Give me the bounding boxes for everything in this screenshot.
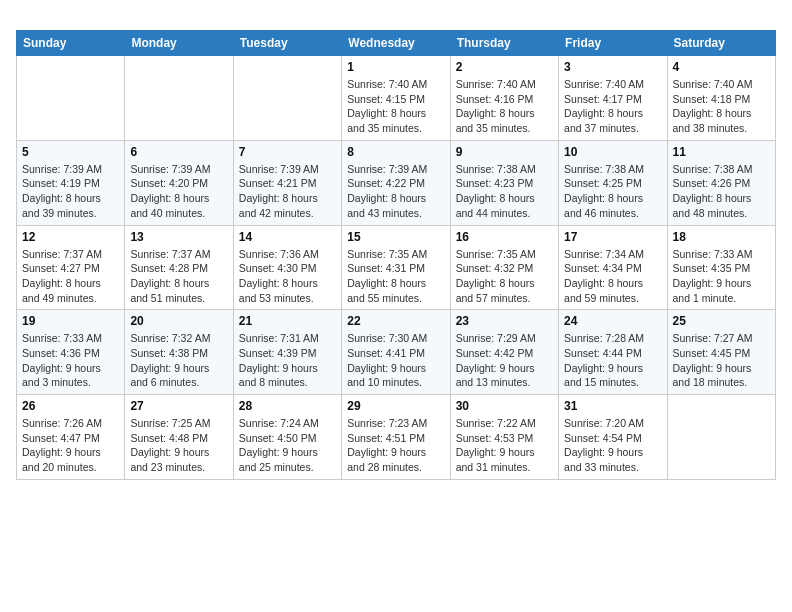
day-info: Sunrise: 7:38 AM Sunset: 4:26 PM Dayligh… (673, 162, 770, 221)
day-info: Sunrise: 7:25 AM Sunset: 4:48 PM Dayligh… (130, 416, 227, 475)
day-info: Sunrise: 7:33 AM Sunset: 4:36 PM Dayligh… (22, 331, 119, 390)
day-info: Sunrise: 7:40 AM Sunset: 4:18 PM Dayligh… (673, 77, 770, 136)
calendar-week-row: 26Sunrise: 7:26 AM Sunset: 4:47 PM Dayli… (17, 395, 776, 480)
calendar-cell: 20Sunrise: 7:32 AM Sunset: 4:38 PM Dayli… (125, 310, 233, 395)
calendar-cell: 4Sunrise: 7:40 AM Sunset: 4:18 PM Daylig… (667, 56, 775, 141)
calendar-week-row: 12Sunrise: 7:37 AM Sunset: 4:27 PM Dayli… (17, 225, 776, 310)
day-info: Sunrise: 7:22 AM Sunset: 4:53 PM Dayligh… (456, 416, 553, 475)
day-number: 14 (239, 230, 336, 244)
day-number: 17 (564, 230, 661, 244)
day-number: 27 (130, 399, 227, 413)
calendar-cell: 17Sunrise: 7:34 AM Sunset: 4:34 PM Dayli… (559, 225, 667, 310)
day-info: Sunrise: 7:40 AM Sunset: 4:16 PM Dayligh… (456, 77, 553, 136)
calendar-cell: 30Sunrise: 7:22 AM Sunset: 4:53 PM Dayli… (450, 395, 558, 480)
weekday-header-row: SundayMondayTuesdayWednesdayThursdayFrid… (17, 31, 776, 56)
day-info: Sunrise: 7:33 AM Sunset: 4:35 PM Dayligh… (673, 247, 770, 306)
calendar-cell: 8Sunrise: 7:39 AM Sunset: 4:22 PM Daylig… (342, 140, 450, 225)
day-number: 21 (239, 314, 336, 328)
day-info: Sunrise: 7:40 AM Sunset: 4:15 PM Dayligh… (347, 77, 444, 136)
day-number: 20 (130, 314, 227, 328)
day-number: 25 (673, 314, 770, 328)
calendar-cell: 22Sunrise: 7:30 AM Sunset: 4:41 PM Dayli… (342, 310, 450, 395)
day-info: Sunrise: 7:39 AM Sunset: 4:22 PM Dayligh… (347, 162, 444, 221)
weekday-header: Tuesday (233, 31, 341, 56)
weekday-header: Saturday (667, 31, 775, 56)
calendar-cell: 2Sunrise: 7:40 AM Sunset: 4:16 PM Daylig… (450, 56, 558, 141)
day-info: Sunrise: 7:31 AM Sunset: 4:39 PM Dayligh… (239, 331, 336, 390)
day-info: Sunrise: 7:39 AM Sunset: 4:21 PM Dayligh… (239, 162, 336, 221)
day-info: Sunrise: 7:36 AM Sunset: 4:30 PM Dayligh… (239, 247, 336, 306)
day-info: Sunrise: 7:39 AM Sunset: 4:19 PM Dayligh… (22, 162, 119, 221)
day-number: 9 (456, 145, 553, 159)
day-info: Sunrise: 7:27 AM Sunset: 4:45 PM Dayligh… (673, 331, 770, 390)
calendar-cell (17, 56, 125, 141)
calendar-cell: 19Sunrise: 7:33 AM Sunset: 4:36 PM Dayli… (17, 310, 125, 395)
calendar-cell: 10Sunrise: 7:38 AM Sunset: 4:25 PM Dayli… (559, 140, 667, 225)
calendar-cell (125, 56, 233, 141)
calendar-cell (233, 56, 341, 141)
day-number: 11 (673, 145, 770, 159)
day-info: Sunrise: 7:38 AM Sunset: 4:25 PM Dayligh… (564, 162, 661, 221)
day-info: Sunrise: 7:39 AM Sunset: 4:20 PM Dayligh… (130, 162, 227, 221)
day-number: 30 (456, 399, 553, 413)
day-info: Sunrise: 7:30 AM Sunset: 4:41 PM Dayligh… (347, 331, 444, 390)
day-number: 16 (456, 230, 553, 244)
calendar-cell: 12Sunrise: 7:37 AM Sunset: 4:27 PM Dayli… (17, 225, 125, 310)
day-number: 8 (347, 145, 444, 159)
day-info: Sunrise: 7:35 AM Sunset: 4:32 PM Dayligh… (456, 247, 553, 306)
calendar-week-row: 19Sunrise: 7:33 AM Sunset: 4:36 PM Dayli… (17, 310, 776, 395)
day-info: Sunrise: 7:20 AM Sunset: 4:54 PM Dayligh… (564, 416, 661, 475)
day-info: Sunrise: 7:35 AM Sunset: 4:31 PM Dayligh… (347, 247, 444, 306)
day-info: Sunrise: 7:37 AM Sunset: 4:27 PM Dayligh… (22, 247, 119, 306)
calendar-cell: 13Sunrise: 7:37 AM Sunset: 4:28 PM Dayli… (125, 225, 233, 310)
weekday-header: Thursday (450, 31, 558, 56)
day-number: 22 (347, 314, 444, 328)
day-number: 5 (22, 145, 119, 159)
calendar-cell: 29Sunrise: 7:23 AM Sunset: 4:51 PM Dayli… (342, 395, 450, 480)
day-number: 31 (564, 399, 661, 413)
day-number: 2 (456, 60, 553, 74)
day-number: 24 (564, 314, 661, 328)
calendar-cell: 11Sunrise: 7:38 AM Sunset: 4:26 PM Dayli… (667, 140, 775, 225)
calendar-cell: 9Sunrise: 7:38 AM Sunset: 4:23 PM Daylig… (450, 140, 558, 225)
day-info: Sunrise: 7:29 AM Sunset: 4:42 PM Dayligh… (456, 331, 553, 390)
calendar-cell: 5Sunrise: 7:39 AM Sunset: 4:19 PM Daylig… (17, 140, 125, 225)
day-number: 3 (564, 60, 661, 74)
calendar-cell: 7Sunrise: 7:39 AM Sunset: 4:21 PM Daylig… (233, 140, 341, 225)
day-info: Sunrise: 7:23 AM Sunset: 4:51 PM Dayligh… (347, 416, 444, 475)
calendar-cell: 18Sunrise: 7:33 AM Sunset: 4:35 PM Dayli… (667, 225, 775, 310)
calendar-cell: 6Sunrise: 7:39 AM Sunset: 4:20 PM Daylig… (125, 140, 233, 225)
calendar-cell: 16Sunrise: 7:35 AM Sunset: 4:32 PM Dayli… (450, 225, 558, 310)
calendar-cell: 28Sunrise: 7:24 AM Sunset: 4:50 PM Dayli… (233, 395, 341, 480)
calendar-cell: 14Sunrise: 7:36 AM Sunset: 4:30 PM Dayli… (233, 225, 341, 310)
calendar-table: SundayMondayTuesdayWednesdayThursdayFrid… (16, 30, 776, 480)
day-number: 18 (673, 230, 770, 244)
day-number: 1 (347, 60, 444, 74)
day-info: Sunrise: 7:38 AM Sunset: 4:23 PM Dayligh… (456, 162, 553, 221)
day-number: 6 (130, 145, 227, 159)
calendar-cell: 26Sunrise: 7:26 AM Sunset: 4:47 PM Dayli… (17, 395, 125, 480)
calendar-cell: 27Sunrise: 7:25 AM Sunset: 4:48 PM Dayli… (125, 395, 233, 480)
weekday-header: Friday (559, 31, 667, 56)
day-number: 7 (239, 145, 336, 159)
day-info: Sunrise: 7:24 AM Sunset: 4:50 PM Dayligh… (239, 416, 336, 475)
calendar-cell: 31Sunrise: 7:20 AM Sunset: 4:54 PM Dayli… (559, 395, 667, 480)
calendar-week-row: 5Sunrise: 7:39 AM Sunset: 4:19 PM Daylig… (17, 140, 776, 225)
calendar-week-row: 1Sunrise: 7:40 AM Sunset: 4:15 PM Daylig… (17, 56, 776, 141)
calendar-cell: 24Sunrise: 7:28 AM Sunset: 4:44 PM Dayli… (559, 310, 667, 395)
day-number: 13 (130, 230, 227, 244)
calendar-cell: 23Sunrise: 7:29 AM Sunset: 4:42 PM Dayli… (450, 310, 558, 395)
weekday-header: Sunday (17, 31, 125, 56)
day-number: 29 (347, 399, 444, 413)
calendar-cell: 3Sunrise: 7:40 AM Sunset: 4:17 PM Daylig… (559, 56, 667, 141)
day-info: Sunrise: 7:37 AM Sunset: 4:28 PM Dayligh… (130, 247, 227, 306)
day-number: 10 (564, 145, 661, 159)
calendar-cell: 15Sunrise: 7:35 AM Sunset: 4:31 PM Dayli… (342, 225, 450, 310)
calendar-cell: 1Sunrise: 7:40 AM Sunset: 4:15 PM Daylig… (342, 56, 450, 141)
calendar-cell: 25Sunrise: 7:27 AM Sunset: 4:45 PM Dayli… (667, 310, 775, 395)
day-info: Sunrise: 7:28 AM Sunset: 4:44 PM Dayligh… (564, 331, 661, 390)
day-info: Sunrise: 7:32 AM Sunset: 4:38 PM Dayligh… (130, 331, 227, 390)
day-number: 4 (673, 60, 770, 74)
day-number: 19 (22, 314, 119, 328)
day-info: Sunrise: 7:34 AM Sunset: 4:34 PM Dayligh… (564, 247, 661, 306)
